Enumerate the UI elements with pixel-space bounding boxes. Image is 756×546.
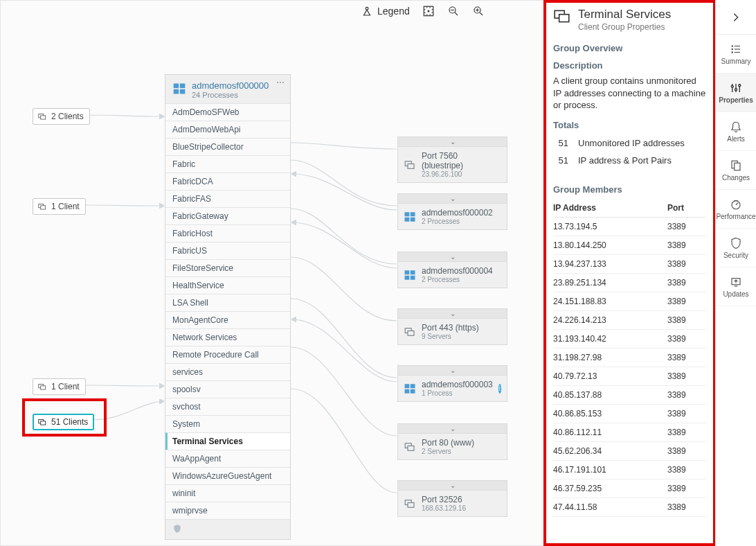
chevron-down-icon[interactable]: ⌄ bbox=[398, 194, 507, 204]
member-row[interactable]: 24.151.188.833389 bbox=[553, 292, 706, 310]
properties-icon bbox=[730, 82, 742, 94]
col-ip-header: IP Address bbox=[553, 199, 667, 218]
member-row[interactable]: 40.79.72.133389 bbox=[553, 367, 706, 385]
server-group-icon bbox=[404, 441, 416, 453]
chevron-down-icon[interactable]: ⌄ bbox=[398, 424, 507, 434]
dependency-map-canvas[interactable]: Legend 2 Clie bbox=[0, 0, 546, 546]
svg-rect-32 bbox=[411, 389, 415, 393]
process-row[interactable]: LSA Shell bbox=[165, 294, 290, 311]
nav-alerts[interactable]: Alerts bbox=[716, 112, 756, 151]
expand-panel-button[interactable] bbox=[716, 0, 756, 35]
member-row[interactable]: 47.44.11.583389 bbox=[553, 497, 706, 516]
process-row[interactable]: FabricHost bbox=[165, 224, 290, 242]
details-side-nav: SummaryPropertiesAlertsChangesPerformanc… bbox=[715, 0, 756, 546]
process-row[interactable]: FabricGateway bbox=[165, 207, 290, 224]
machine-menu-icon[interactable]: ⋯ bbox=[276, 78, 286, 87]
dependency-subtitle: 2 Processes bbox=[422, 276, 493, 283]
svg-rect-13 bbox=[174, 84, 179, 89]
client-group-label: 2 Clients bbox=[51, 112, 84, 121]
process-row[interactable]: Terminal Services bbox=[165, 432, 290, 450]
process-row[interactable]: WaAppAgent bbox=[165, 450, 290, 467]
svg-rect-28 bbox=[408, 331, 414, 335]
chevron-down-icon[interactable]: ⌄ bbox=[398, 309, 507, 319]
process-row[interactable]: services bbox=[165, 363, 290, 380]
nav-properties[interactable]: Properties bbox=[716, 73, 756, 112]
dependency-card[interactable]: ⌄Port 7560 (bluestripe)23.96.26.100 bbox=[397, 136, 507, 183]
member-row[interactable]: 31.198.27.983389 bbox=[553, 348, 706, 367]
nav-summary[interactable]: Summary bbox=[716, 35, 756, 73]
info-icon[interactable]: i bbox=[498, 384, 501, 394]
member-row[interactable]: 24.226.14.2133389 bbox=[553, 310, 706, 329]
process-row[interactable]: wmiprvse bbox=[165, 502, 290, 519]
totals-row: 51IP address & Port Pairs bbox=[553, 152, 706, 169]
process-row[interactable]: WindowsAzureGuestAgent bbox=[165, 467, 290, 484]
client-group-51-selected[interactable]: 51 Clients bbox=[33, 414, 94, 430]
legend-button[interactable]: Legend bbox=[361, 5, 410, 17]
svg-rect-23 bbox=[405, 270, 410, 274]
process-row[interactable]: MonAgentCore bbox=[165, 311, 290, 328]
summary-icon bbox=[730, 43, 742, 55]
member-row[interactable]: 13.80.144.2503389 bbox=[553, 236, 706, 254]
machine-subtitle: 24 Processes bbox=[192, 91, 269, 99]
dependency-card[interactable]: ⌄admdemosf0000042 Processes bbox=[397, 252, 507, 288]
zoom-out-button[interactable] bbox=[447, 5, 460, 17]
chevron-down-icon[interactable]: ⌄ bbox=[398, 481, 507, 491]
chevron-down-icon[interactable]: ⌄ bbox=[398, 137, 507, 147]
svg-rect-15 bbox=[174, 89, 179, 94]
member-row[interactable]: 46.37.59.2353389 bbox=[553, 479, 706, 497]
machine-node[interactable]: ⋯ admdemosf000000 24 Processes AdmDemoSF… bbox=[165, 74, 291, 540]
zoom-in-button[interactable] bbox=[472, 5, 485, 17]
dependency-title: Port 32526 bbox=[422, 495, 466, 504]
member-row[interactable]: 46.17.191.1013389 bbox=[553, 460, 706, 479]
process-row[interactable]: Remote Procedure Call bbox=[165, 346, 290, 363]
nav-security[interactable]: Security bbox=[716, 229, 756, 267]
process-row[interactable]: svchost bbox=[165, 398, 290, 415]
svg-point-41 bbox=[732, 51, 733, 53]
process-row[interactable]: System bbox=[165, 415, 290, 432]
client-group-1a[interactable]: 1 Client bbox=[33, 198, 86, 215]
process-row[interactable]: BlueStripeCollector bbox=[165, 138, 290, 155]
process-row[interactable]: AdmDemoWebApi bbox=[165, 121, 290, 138]
member-row[interactable]: 31.193.140.423389 bbox=[553, 329, 706, 348]
process-row[interactable]: FabricUS bbox=[165, 242, 290, 259]
nav-performance[interactable]: Performance bbox=[716, 190, 756, 229]
member-row[interactable]: 23.89.251.1343389 bbox=[553, 273, 706, 292]
member-row[interactable]: 13.73.194.53389 bbox=[553, 217, 706, 236]
chevron-down-icon[interactable]: ⌄ bbox=[398, 252, 507, 262]
member-row[interactable]: 40.85.137.883389 bbox=[553, 385, 706, 404]
process-row[interactable]: spoolsv bbox=[165, 380, 290, 398]
member-row[interactable]: 45.62.206.343389 bbox=[553, 441, 706, 460]
process-row[interactable]: AdmDemoSFWeb bbox=[165, 103, 290, 121]
nav-updates[interactable]: Updates bbox=[716, 267, 756, 306]
dependency-card[interactable]: ⌄Port 32526168.63.129.16 bbox=[397, 480, 507, 517]
process-row[interactable]: HealthService bbox=[165, 276, 290, 294]
svg-rect-25 bbox=[405, 275, 410, 279]
process-row[interactable]: Network Services bbox=[165, 328, 290, 346]
process-row[interactable]: wininit bbox=[165, 484, 290, 502]
member-row[interactable]: 40.86.85.1533389 bbox=[553, 404, 706, 423]
dependency-card[interactable]: ⌄Port 80 (www)2 Servers bbox=[397, 423, 507, 460]
member-row[interactable]: 13.94.237.1333389 bbox=[553, 254, 706, 273]
dependency-card[interactable]: ⌄admdemosf0000031 Processi bbox=[397, 365, 507, 402]
fit-to-screen-button[interactable] bbox=[422, 5, 435, 17]
map-toolbar: Legend bbox=[361, 5, 485, 17]
dependency-title: admdemosf000003 bbox=[422, 380, 493, 389]
svg-rect-19 bbox=[405, 212, 410, 216]
svg-rect-31 bbox=[405, 389, 410, 393]
client-group-1b[interactable]: 1 Client bbox=[33, 378, 86, 395]
process-row[interactable]: FabricFAS bbox=[165, 190, 290, 207]
dependency-title: Port 443 (https) bbox=[422, 323, 479, 333]
process-row[interactable]: Fabric bbox=[165, 155, 290, 173]
dependency-card[interactable]: ⌄admdemosf0000022 Processes bbox=[397, 193, 507, 230]
client-group-2[interactable]: 2 Clients bbox=[33, 108, 90, 125]
svg-rect-29 bbox=[405, 384, 410, 388]
windows-icon bbox=[404, 382, 416, 395]
svg-rect-30 bbox=[411, 384, 415, 388]
process-row[interactable]: FileStoreService bbox=[165, 259, 290, 276]
dependency-card[interactable]: ⌄Port 443 (https)9 Servers bbox=[397, 308, 507, 345]
process-row[interactable]: FabricDCA bbox=[165, 173, 290, 190]
member-row[interactable]: 40.86.112.113389 bbox=[553, 423, 706, 441]
chevron-down-icon[interactable]: ⌄ bbox=[398, 366, 507, 376]
machine-header[interactable]: ⋯ admdemosf000000 24 Processes bbox=[165, 75, 290, 103]
nav-changes[interactable]: Changes bbox=[716, 151, 756, 190]
